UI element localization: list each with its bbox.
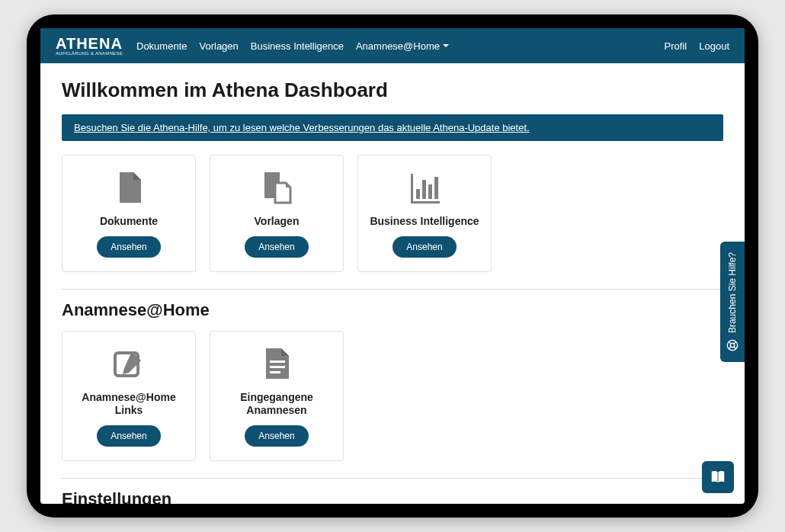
- svg-rect-5: [270, 361, 285, 363]
- view-button[interactable]: Ansehen: [245, 236, 308, 258]
- brand-title: ATHENA: [56, 36, 123, 51]
- app-screen: ATHENA AUFKLÄRUNG & ANAMNESE Dokumente V…: [40, 28, 745, 504]
- card-dokumente: Dokumente Ansehen: [62, 155, 196, 272]
- svg-line-13: [734, 347, 736, 349]
- view-button[interactable]: Ansehen: [97, 425, 160, 447]
- svg-rect-6: [270, 366, 285, 368]
- divider: [62, 289, 723, 290]
- view-button[interactable]: Ansehen: [97, 236, 160, 258]
- document-icon: [109, 168, 149, 207]
- nav-business-intelligence[interactable]: Business Intelligence: [251, 40, 344, 52]
- nav-dokumente[interactable]: Dokumente: [136, 40, 187, 52]
- brand-subtitle: AUFKLÄRUNG & ANAMNESE: [56, 51, 123, 56]
- svg-rect-3: [434, 177, 438, 199]
- page-title: Willkommen im Athena Dashboard: [62, 79, 723, 102]
- card-anamnese-links: Anamnese@Home Links Ansehen: [62, 331, 196, 461]
- help-tab-label: Brauchen Sie Hilfe?: [727, 252, 738, 333]
- card-title: Business Intelligence: [370, 215, 479, 229]
- svg-rect-1: [422, 180, 426, 199]
- view-button[interactable]: Ansehen: [392, 236, 456, 258]
- book-icon: [710, 469, 726, 486]
- svg-point-8: [727, 340, 737, 350]
- svg-point-9: [730, 343, 734, 347]
- svg-rect-0: [416, 189, 420, 199]
- svg-line-10: [729, 341, 731, 344]
- help-side-tab[interactable]: Brauchen Sie Hilfe?: [720, 242, 745, 362]
- nav-vorlagen[interactable]: Vorlagen: [199, 40, 238, 52]
- nav-anamnese-home[interactable]: Anamnese@Home: [356, 40, 449, 52]
- help-fab-button[interactable]: [702, 461, 734, 493]
- edit-icon: [109, 344, 149, 383]
- anamnese-cards-row: Anamnese@Home Links Ansehen Eingegange: [62, 331, 723, 461]
- card-vorlagen: Vorlagen Ansehen: [210, 155, 344, 272]
- svg-line-11: [734, 341, 736, 344]
- svg-rect-7: [270, 371, 280, 373]
- update-banner[interactable]: Besuchen Sie die Athena-Hilfe, um zu les…: [62, 114, 723, 141]
- nav-right: Profil Logout: [665, 40, 729, 52]
- section-anamnese-title: Anamnese@Home: [62, 300, 723, 320]
- card-business-intelligence: Business Intelligence Ansehen: [357, 155, 492, 272]
- card-title: Dokumente: [100, 215, 158, 229]
- chevron-down-icon: [443, 44, 449, 47]
- main-cards-row: Dokumente Ansehen Vorlagen Ansehen: [62, 155, 723, 272]
- svg-rect-2: [428, 184, 432, 199]
- card-eingegangene-anamnesen: Eingegangene Anamnesen Ansehen: [210, 331, 344, 461]
- nav-links: Dokumente Vorlagen Business Intelligence…: [136, 40, 665, 52]
- tablet-frame: ATHENA AUFKLÄRUNG & ANAMNESE Dokumente V…: [27, 14, 758, 518]
- card-title: Eingegangene Anamnesen: [218, 391, 335, 418]
- lifebuoy-icon: [726, 339, 739, 351]
- brand-logo[interactable]: ATHENA AUFKLÄRUNG & ANAMNESE: [56, 36, 123, 56]
- card-title: Anamnese@Home Links: [70, 391, 187, 418]
- svg-line-12: [729, 347, 731, 349]
- divider: [62, 478, 723, 479]
- chart-icon: [405, 168, 444, 207]
- nav-profil[interactable]: Profil: [665, 40, 687, 52]
- section-settings-title: Einstellungen: [62, 489, 723, 505]
- document-lines-icon: [257, 344, 296, 383]
- navbar: ATHENA AUFKLÄRUNG & ANAMNESE Dokumente V…: [40, 28, 745, 63]
- card-title: Vorlagen: [255, 215, 300, 229]
- nav-anamnese-home-label: Anamnese@Home: [356, 40, 440, 52]
- template-icon: [257, 168, 296, 207]
- view-button[interactable]: Ansehen: [245, 425, 308, 447]
- nav-logout[interactable]: Logout: [699, 40, 729, 52]
- content: Willkommen im Athena Dashboard Besuchen …: [40, 63, 745, 504]
